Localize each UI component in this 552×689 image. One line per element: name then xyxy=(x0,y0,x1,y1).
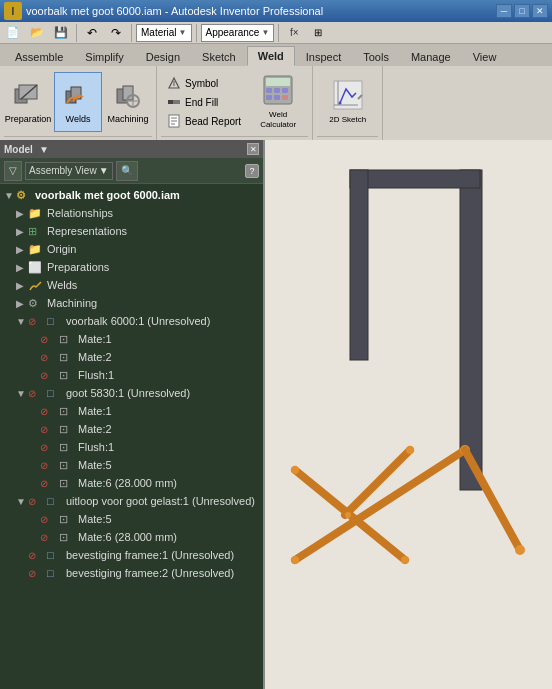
tree-item-uitloop[interactable]: ▼ ⊘ □ uitloop voor goot gelast:1 (Unreso… xyxy=(0,492,263,510)
search-button[interactable]: 🔍 xyxy=(116,161,138,181)
svg-rect-30 xyxy=(265,140,552,689)
gf1-label: Flush:1 xyxy=(78,441,114,453)
preparations-toggle[interactable]: ▶ xyxy=(16,262,28,273)
tree-item-machining[interactable]: ▶ ⚙ Machining xyxy=(0,294,263,312)
tree-root-item[interactable]: ▼ ⚙ voorbalk met goot 6000.iam xyxy=(0,186,263,204)
root-toggle[interactable]: ▼ xyxy=(4,190,16,201)
tree-item-origin[interactable]: ▶ 📁 Origin xyxy=(0,240,263,258)
voorbalk-toggle[interactable]: ▼ xyxy=(16,316,28,327)
gm5-label: Mate:5 xyxy=(78,459,112,471)
svg-point-43 xyxy=(515,545,525,555)
tree-item-goot-mate5[interactable]: ⊘ ⊡ Mate:5 xyxy=(0,456,263,474)
filter-button[interactable]: ▽ xyxy=(4,161,22,181)
options-btn[interactable]: ⊞ xyxy=(307,23,329,43)
preparations-icon: ⬜ xyxy=(28,259,44,275)
tree-item-goot-flush1[interactable]: ⊘ ⊡ Flush:1 xyxy=(0,438,263,456)
redo-button[interactable]: ↷ xyxy=(105,23,127,43)
representations-toggle[interactable]: ▶ xyxy=(16,226,28,237)
gm1-label: Mate:1 xyxy=(78,405,112,417)
bev1-label: bevestiging framee:1 (Unresolved) xyxy=(66,549,234,561)
tree-item-goot-mate6[interactable]: ⊘ ⊡ Mate:6 (28.000 mm) xyxy=(0,474,263,492)
end-fill-button[interactable]: End Fill xyxy=(161,93,246,111)
svg-rect-23 xyxy=(266,95,272,100)
assembly-view-dropdown[interactable]: Assembly View ▼ xyxy=(25,162,113,180)
maximize-button[interactable]: □ xyxy=(514,4,530,18)
2d-sketch-button[interactable]: 2D Sketch xyxy=(322,72,374,132)
bead-report-button[interactable]: Bead Report xyxy=(161,112,246,130)
relationships-toggle[interactable]: ▶ xyxy=(16,208,28,219)
tree-item-representations[interactable]: ▶ ⊞ Representations xyxy=(0,222,263,240)
tree-item-bevestiging1[interactable]: ⊘ □ bevestiging framee:1 (Unresolved) xyxy=(0,546,263,564)
tab-simplify[interactable]: Simplify xyxy=(74,46,135,66)
tree-item-goot[interactable]: ▼ ⊘ □ goot 5830:1 (Unresolved) xyxy=(0,384,263,402)
root-assembly-icon: ⚙ xyxy=(16,187,32,203)
svg-point-38 xyxy=(291,466,299,474)
undo-button[interactable]: ↶ xyxy=(81,23,103,43)
tree-item-relationships[interactable]: ▶ 📁 Relationships xyxy=(0,204,263,222)
tree-item-preparations[interactable]: ▶ ⬜ Preparations xyxy=(0,258,263,276)
gm6-label: Mate:6 (28.000 mm) xyxy=(78,477,177,489)
relationships-label: Relationships xyxy=(47,207,113,219)
gm6-error: ⊘ xyxy=(40,475,56,491)
gm2-error: ⊘ xyxy=(40,421,56,437)
tab-view[interactable]: View xyxy=(462,46,508,66)
svg-rect-32 xyxy=(350,170,480,188)
tree-item-goot-mate2[interactable]: ⊘ ⊡ Mate:2 xyxy=(0,420,263,438)
tab-design[interactable]: Design xyxy=(135,46,191,66)
welds-tree-label: Welds xyxy=(47,279,77,291)
appearance-dropdown[interactable]: Appearance ▼ xyxy=(201,24,275,42)
tree-item-welds[interactable]: ▶ Welds xyxy=(0,276,263,294)
origin-icon: 📁 xyxy=(28,241,44,257)
model-panel-title: Model xyxy=(4,144,33,155)
filter-icon: ▽ xyxy=(9,165,17,176)
tree-item-voorbalk-flush1[interactable]: ⊘ ⊡ Flush:1 xyxy=(0,366,263,384)
separator-2 xyxy=(131,24,132,42)
save-button[interactable]: 💾 xyxy=(50,23,72,43)
goot-toggle[interactable]: ▼ xyxy=(16,388,28,399)
tab-inspect[interactable]: Inspect xyxy=(295,46,352,66)
tab-sketch[interactable]: Sketch xyxy=(191,46,247,66)
tab-assemble[interactable]: Assemble xyxy=(4,46,74,66)
new-icon: 📄 xyxy=(6,26,20,39)
relationships-icon: 📁 xyxy=(28,205,44,221)
bead-report-icon xyxy=(166,113,182,129)
vm2-icon: ⊡ xyxy=(59,349,75,365)
gm1-error: ⊘ xyxy=(40,403,56,419)
material-dropdown[interactable]: Material ▼ xyxy=(136,24,192,42)
3d-view-area[interactable] xyxy=(265,140,552,689)
weld-calculator-button[interactable]: WeldCalculator xyxy=(248,72,308,132)
tab-manage[interactable]: Manage xyxy=(400,46,462,66)
welds-toggle[interactable]: ▶ xyxy=(16,280,28,291)
open-button[interactable]: 📂 xyxy=(26,23,48,43)
new-button[interactable]: 📄 xyxy=(2,23,24,43)
panel-close-button[interactable]: ✕ xyxy=(247,143,259,155)
tab-weld[interactable]: Weld xyxy=(247,46,295,66)
machining-icon xyxy=(112,80,144,112)
svg-rect-25 xyxy=(282,95,288,100)
svg-point-44 xyxy=(345,512,351,518)
close-button[interactable]: ✕ xyxy=(532,4,548,18)
symbol-button[interactable]: Symbol xyxy=(161,74,246,92)
uitloop-toggle[interactable]: ▼ xyxy=(16,496,28,507)
tree-item-voorbalk-mate1[interactable]: ⊘ ⊡ Mate:1 xyxy=(0,330,263,348)
material-dropdown-arrow: ▼ xyxy=(179,28,187,37)
minimize-button[interactable]: ─ xyxy=(496,4,512,18)
tree-item-uitloop-mate6[interactable]: ⊘ ⊡ Mate:6 (28.000 mm) xyxy=(0,528,263,546)
machining-button[interactable]: Machining xyxy=(104,72,152,132)
vf1-icon: ⊡ xyxy=(59,367,75,383)
tree-item-uitloop-mate5[interactable]: ⊘ ⊡ Mate:5 xyxy=(0,510,263,528)
appearance-dropdown-arrow: ▼ xyxy=(261,28,269,37)
svg-rect-20 xyxy=(266,88,272,93)
preparation-button[interactable]: Preparation xyxy=(4,72,52,132)
origin-toggle[interactable]: ▶ xyxy=(16,244,28,255)
welds-button[interactable]: Welds xyxy=(54,72,102,132)
tree-item-voorbalk-mate2[interactable]: ⊘ ⊡ Mate:2 xyxy=(0,348,263,366)
window-controls[interactable]: ─ □ ✕ xyxy=(496,4,548,18)
machining-toggle[interactable]: ▶ xyxy=(16,298,28,309)
tree-item-bevestiging2[interactable]: ⊘ □ bevestiging framee:2 (Unresolved) xyxy=(0,564,263,582)
help-button[interactable]: ? xyxy=(245,164,259,178)
function-btn[interactable]: f× xyxy=(283,23,305,43)
tree-item-voorbalk[interactable]: ▼ ⊘ □ voorbalk 6000:1 (Unresolved) xyxy=(0,312,263,330)
tab-tools[interactable]: Tools xyxy=(352,46,400,66)
tree-item-goot-mate1[interactable]: ⊘ ⊡ Mate:1 xyxy=(0,402,263,420)
